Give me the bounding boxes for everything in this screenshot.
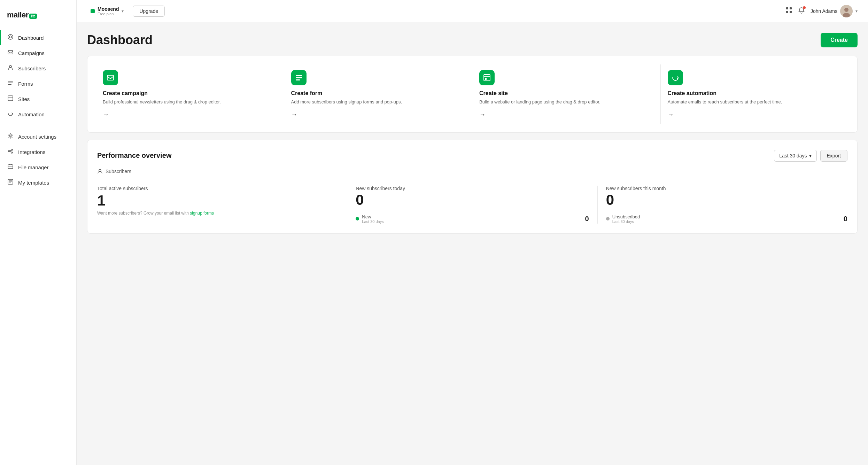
sidebar-item-integrations-label: Integrations — [18, 149, 45, 155]
quick-action-site[interactable]: Create site Build a website or landing p… — [472, 64, 661, 124]
date-range-selector[interactable]: Last 30 days ▾ — [774, 150, 816, 162]
quick-action-automation[interactable]: Create automation Automate emails to rea… — [661, 64, 849, 124]
svg-rect-5 — [8, 83, 13, 83]
subscribers-icon — [7, 65, 14, 72]
sidebar-item-my-templates[interactable]: My templates — [0, 175, 76, 190]
quick-actions-grid: Create campaign Build professional newsl… — [87, 56, 858, 133]
new-period-row: New Last 30 days 0 — [356, 214, 589, 224]
form-icon-wrap — [291, 70, 307, 85]
campaign-arrow: → — [103, 111, 277, 118]
subscribers-label-text: Subscribers — [106, 169, 131, 174]
site-desc: Build a website or landing page using th… — [479, 99, 653, 106]
workspace-dot — [91, 9, 95, 13]
unsubscribed-label: Unsubscribed Last 30 days — [606, 214, 640, 224]
sidebar-item-sites[interactable]: Sites — [0, 91, 76, 107]
grid-icon[interactable] — [785, 7, 792, 15]
sidebar-item-my-templates-label: My templates — [18, 180, 49, 186]
page-content: Dashboard Create Create campaign Build p… — [77, 22, 868, 465]
user-menu[interactable]: John Adams ▾ — [811, 5, 858, 17]
sidebar-item-dashboard-label: Dashboard — [18, 35, 44, 41]
unsubscribed-dot — [606, 217, 610, 220]
sidebar-item-campaigns[interactable]: Campaigns — [0, 45, 76, 61]
quick-action-form[interactable]: Create form Add more subscribers using s… — [284, 64, 473, 124]
dashboard-icon — [7, 34, 14, 41]
page-title: Dashboard — [87, 33, 153, 47]
svg-rect-7 — [8, 96, 13, 101]
sidebar-item-automation-label: Automation — [18, 111, 45, 117]
forms-icon — [7, 80, 14, 87]
svg-point-0 — [9, 36, 11, 38]
svg-rect-12 — [8, 165, 13, 169]
topbar-right: John Adams ▾ — [785, 5, 858, 17]
svg-point-10 — [11, 149, 13, 150]
form-title: Create form — [291, 90, 465, 96]
page-header: Dashboard Create — [87, 33, 858, 47]
signup-forms-link[interactable]: signup forms — [190, 211, 214, 216]
automation-title: Create automation — [668, 90, 842, 96]
quick-action-campaign[interactable]: Create campaign Build professional newsl… — [96, 64, 284, 124]
sidebar-item-automation[interactable]: Automation — [0, 107, 76, 122]
svg-rect-22 — [296, 75, 302, 76]
sidebar-item-account-settings[interactable]: Account settings — [0, 129, 76, 144]
avatar — [840, 5, 853, 17]
my-templates-icon — [7, 179, 14, 186]
notification-dot — [803, 6, 806, 9]
svg-point-1 — [8, 34, 13, 39]
notifications-bell[interactable] — [798, 7, 805, 15]
sidebar-item-subscribers[interactable]: Subscribers — [0, 61, 76, 76]
sidebar-item-campaigns-label: Campaigns — [18, 50, 45, 56]
svg-rect-26 — [485, 78, 487, 80]
campaign-icon-wrap — [103, 70, 118, 85]
workspace-plan: Free plan — [98, 12, 119, 16]
svg-rect-6 — [8, 84, 11, 85]
sidebar-item-dashboard[interactable]: Dashboard — [0, 30, 76, 45]
svg-rect-24 — [296, 79, 300, 80]
sidebar-item-forms[interactable]: Forms — [0, 76, 76, 91]
upgrade-button[interactable]: Upgrade — [133, 6, 165, 17]
stats-grid: Total active subscribers 1 Want more sub… — [97, 186, 847, 224]
new-subscribers-stat: New subscribers today 0 New Last 30 days — [347, 186, 597, 224]
svg-point-3 — [9, 65, 11, 68]
workspace-info: Moosend Free plan — [98, 6, 119, 16]
campaign-desc: Build professional newsletters using the… — [103, 99, 277, 106]
create-button[interactable]: Create — [821, 33, 858, 47]
new-month-value: 0 — [606, 193, 847, 207]
automation-icon-wrap — [668, 70, 683, 85]
new-today-value: 0 — [356, 193, 589, 207]
new-month-block: New subscribers this month 0 — [606, 186, 847, 207]
svg-point-19 — [844, 8, 848, 12]
main-content: Moosend Free plan ▾ Upgrade John Adams ▾ — [77, 0, 868, 465]
perf-controls: Last 30 days ▾ Export — [774, 150, 847, 162]
sidebar-item-file-manager[interactable]: File manager — [0, 160, 76, 175]
user-chevron-icon: ▾ — [855, 9, 858, 14]
perf-header: Performance overview Last 30 days ▾ Expo… — [97, 150, 847, 162]
subscribers-section-label: Subscribers — [97, 169, 847, 180]
automation-icon — [7, 111, 14, 118]
sidebar: mailerlite Dashboard Campaigns Subscribe… — [0, 0, 77, 465]
sidebar-item-subscribers-label: Subscribers — [18, 65, 46, 71]
file-manager-icon — [7, 164, 14, 171]
total-active-label: Total active subscribers — [97, 186, 339, 191]
new-period-value: 0 — [585, 215, 589, 223]
sidebar-item-sites-label: Sites — [18, 96, 30, 102]
sub-stats-right: Unsubscribed Last 30 days 0 — [606, 214, 847, 224]
topbar: Moosend Free plan ▾ Upgrade John Adams ▾ — [77, 0, 868, 22]
site-arrow: → — [479, 111, 653, 118]
campaign-title: Create campaign — [103, 90, 277, 96]
automation-desc: Automate emails to reach subscribers at … — [668, 99, 842, 106]
automation-arrow: → — [668, 111, 842, 118]
sub-stats-left: New Last 30 days 0 — [356, 214, 589, 224]
svg-rect-16 — [786, 11, 788, 13]
perf-title: Performance overview — [97, 152, 171, 160]
total-active-value: 1 — [97, 193, 339, 208]
svg-rect-17 — [790, 11, 792, 13]
new-month-label: New subscribers this month — [606, 186, 847, 191]
new-dot — [356, 217, 359, 220]
sidebar-item-integrations[interactable]: Integrations — [0, 144, 76, 160]
site-title: Create site — [479, 90, 653, 96]
export-button[interactable]: Export — [820, 150, 847, 162]
svg-point-8 — [10, 135, 11, 137]
svg-rect-21 — [107, 75, 114, 80]
workspace-selector[interactable]: Moosend Free plan ▾ — [87, 4, 127, 18]
new-today-label: New subscribers today — [356, 186, 589, 191]
